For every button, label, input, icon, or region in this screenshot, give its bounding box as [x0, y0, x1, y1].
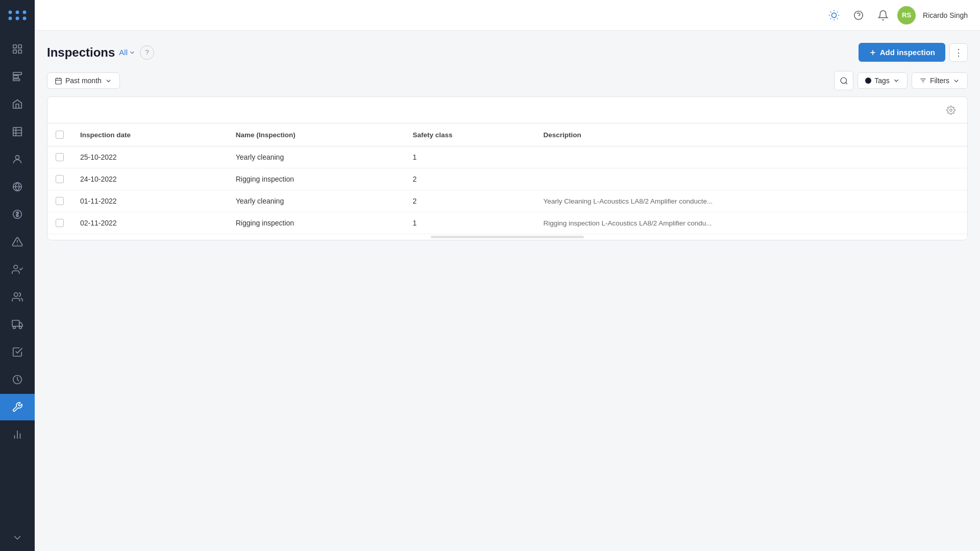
select-all-checkbox[interactable] [56, 131, 64, 139]
sidebar [0, 0, 35, 551]
svg-point-33 [854, 11, 863, 19]
row-checkbox-cell [47, 146, 72, 168]
svg-rect-9 [18, 50, 21, 53]
sidebar-item-finance[interactable] [0, 201, 35, 228]
svg-point-32 [831, 13, 836, 17]
sidebar-item-table[interactable] [0, 118, 35, 145]
row-description [535, 146, 967, 168]
svg-rect-7 [18, 45, 21, 48]
filters-left: Past month [47, 72, 120, 89]
sidebar-item-alerts[interactable] [0, 229, 35, 255]
table-row[interactable]: 02-11-2022 Rigging inspection 1 Rigging … [47, 212, 967, 234]
svg-point-46 [950, 109, 952, 111]
inspections-table: Inspection date Name (Inspection) Safety… [47, 123, 967, 234]
sidebar-item-history[interactable] [0, 366, 35, 393]
user-avatar[interactable]: RS [897, 6, 916, 24]
table-toolbar [47, 97, 967, 123]
svg-rect-8 [13, 50, 16, 53]
row-description [535, 168, 967, 190]
table-row[interactable]: 24-10-2022 Rigging inspection 2 [47, 168, 967, 190]
sidebar-item-person[interactable] [0, 146, 35, 172]
filters-button[interactable]: Filters [912, 72, 968, 89]
row-checkbox[interactable] [56, 219, 64, 227]
scrollbar-track[interactable] [431, 236, 584, 238]
row-inspection-date: 25-10-2022 [72, 146, 228, 168]
sidebar-item-analytics[interactable] [0, 421, 35, 448]
row-checkbox[interactable] [56, 197, 64, 205]
svg-line-42 [846, 82, 847, 84]
topbar: RS Ricardo Singh [35, 0, 980, 31]
table-row[interactable]: 25-10-2022 Yearly cleaning 1 [47, 146, 967, 168]
header-actions: Add inspection ⋮ [859, 43, 968, 62]
row-checkbox[interactable] [56, 153, 64, 161]
row-inspection-date: 01-11-2022 [72, 190, 228, 212]
table-body: 25-10-2022 Yearly cleaning 1 24-10-2022 … [47, 146, 967, 234]
sidebar-item-checklists[interactable] [0, 339, 35, 365]
sidebar-nav [0, 36, 35, 551]
theme-toggle-button[interactable] [824, 5, 844, 26]
app-logo[interactable] [0, 0, 35, 31]
svg-point-17 [15, 156, 19, 159]
svg-point-26 [13, 327, 16, 329]
svg-rect-10 [13, 72, 22, 75]
add-inspection-button[interactable]: Add inspection [859, 43, 945, 62]
table-header: Inspection date Name (Inspection) Safety… [47, 123, 967, 146]
row-description: Yearly Cleaning L-Acoustics LA8/2 Amplif… [535, 190, 967, 212]
row-checkbox-cell [47, 168, 72, 190]
tag-dot [865, 78, 871, 84]
row-name: Rigging inspection [228, 212, 405, 234]
sidebar-item-dashboard[interactable] [0, 36, 35, 62]
more-options-button[interactable]: ⋮ [949, 43, 968, 62]
svg-point-4 [16, 17, 19, 20]
table-settings-button[interactable] [943, 102, 959, 118]
inspections-table-container: Inspection date Name (Inspection) Safety… [47, 96, 968, 240]
user-name[interactable]: Ricardo Singh [923, 11, 968, 19]
sidebar-item-fleet[interactable] [0, 311, 35, 338]
sidebar-item-assets[interactable] [0, 91, 35, 117]
sidebar-item-contacts[interactable] [0, 256, 35, 283]
filters-bar: Past month Tags Filters [47, 71, 968, 90]
search-button[interactable] [834, 71, 853, 90]
tags-button[interactable]: Tags [857, 72, 908, 89]
help-button[interactable] [848, 5, 869, 26]
svg-rect-25 [12, 320, 19, 327]
table-row[interactable]: 01-11-2022 Yearly cleaning 2 Yearly Clea… [47, 190, 967, 212]
svg-rect-6 [13, 45, 16, 48]
row-safety-class: 2 [404, 190, 535, 212]
main-content: Inspections All ? Add inspection ⋮ Past … [35, 31, 980, 551]
sidebar-item-overview[interactable] [0, 63, 35, 90]
notifications-button[interactable] [873, 5, 893, 26]
date-filter-button[interactable]: Past month [47, 72, 120, 89]
svg-point-27 [19, 327, 22, 329]
svg-point-0 [9, 11, 12, 14]
row-safety-class: 1 [404, 146, 535, 168]
row-name: Rigging inspection [228, 168, 405, 190]
row-safety-class: 2 [404, 168, 535, 190]
svg-rect-11 [13, 76, 18, 78]
sidebar-item-inspections[interactable] [0, 394, 35, 420]
row-checkbox[interactable] [56, 175, 64, 183]
page-header: Inspections All ? Add inspection ⋮ [47, 43, 968, 62]
table-scrollbar [47, 234, 967, 240]
row-checkbox-cell [47, 190, 72, 212]
svg-point-23 [14, 265, 17, 269]
column-inspection-date: Inspection date [72, 123, 228, 146]
svg-point-1 [16, 11, 19, 14]
filters-right: Tags Filters [834, 71, 968, 90]
svg-point-5 [23, 17, 27, 20]
row-inspection-date: 02-11-2022 [72, 212, 228, 234]
column-name: Name (Inspection) [228, 123, 405, 146]
row-name: Yearly cleaning [228, 146, 405, 168]
all-filter-link[interactable]: All [119, 48, 136, 57]
sidebar-expand[interactable] [0, 524, 35, 551]
svg-point-41 [841, 78, 846, 83]
svg-point-3 [9, 17, 12, 20]
sidebar-item-team[interactable] [0, 284, 35, 310]
svg-rect-13 [13, 128, 22, 136]
page-help-button[interactable]: ? [140, 45, 154, 60]
column-description: Description [535, 123, 967, 146]
page-title: Inspections [47, 45, 115, 60]
svg-point-24 [14, 293, 18, 296]
row-inspection-date: 24-10-2022 [72, 168, 228, 190]
sidebar-item-globe[interactable] [0, 173, 35, 200]
